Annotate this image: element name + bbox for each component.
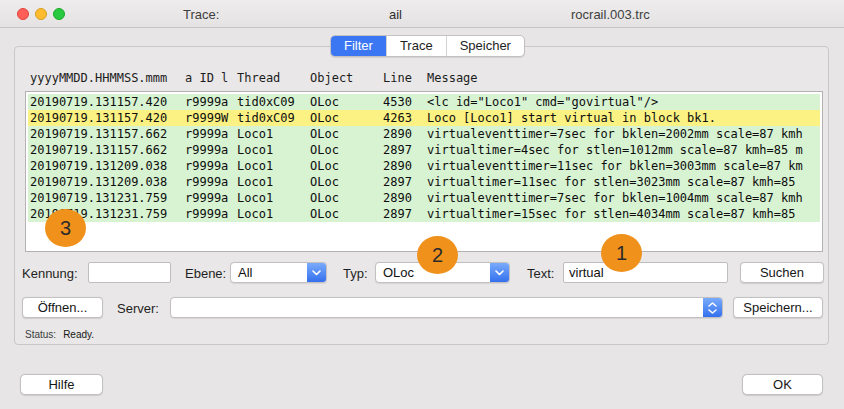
kennung-input[interactable] bbox=[88, 262, 171, 283]
annotation-badge-2: 2 bbox=[417, 236, 458, 274]
view-tabs: Filter Trace Speicher bbox=[330, 35, 525, 57]
cell-object: OLoc bbox=[310, 126, 380, 142]
tab-filter[interactable]: Filter bbox=[331, 36, 387, 56]
cell-attr: r9999a bbox=[185, 206, 237, 222]
cell-time: 20190719.131157.420 bbox=[30, 110, 185, 126]
kennung-label: Kennung: bbox=[22, 266, 78, 281]
open-button[interactable]: Öffnen... bbox=[22, 297, 103, 318]
cell-attr: r9999a bbox=[185, 94, 237, 110]
cell-message: <lc id="Loco1" cmd="govirtual"/> bbox=[427, 94, 820, 110]
annotation-badge-1: 1 bbox=[601, 234, 642, 272]
trace-table[interactable]: 20190719.131157.420r9999atid0xC09OLoc453… bbox=[25, 91, 823, 252]
cell-line: 4263 bbox=[380, 110, 427, 126]
table-row[interactable]: 20190719.131231.759r9999aLoco1OLoc2890vi… bbox=[28, 190, 820, 206]
cell-line: 4530 bbox=[380, 94, 427, 110]
cell-object: OLoc bbox=[310, 94, 380, 110]
chevron-down-icon bbox=[307, 263, 326, 282]
cell-object: OLoc bbox=[310, 206, 380, 222]
text-filter-input[interactable] bbox=[563, 262, 728, 283]
status-value: Ready. bbox=[63, 329, 94, 340]
header-thread: Thread bbox=[237, 71, 310, 85]
cell-object: OLoc bbox=[310, 190, 380, 206]
close-window-icon[interactable] bbox=[17, 8, 29, 20]
cell-message: virtualeventtimer=7sec for bklen=1004mm … bbox=[427, 190, 820, 206]
cell-thread: Loco1 bbox=[237, 174, 310, 190]
table-row[interactable]: 20190719.131157.420r9999atid0xC09OLoc453… bbox=[28, 94, 820, 110]
cell-message: virtualeventtimer=7sec for bklen=2002mm … bbox=[427, 126, 820, 142]
table-row[interactable]: 20190719.131157.662r9999aLoco1OLoc2897vi… bbox=[28, 142, 820, 158]
table-row[interactable]: 20190719.131157.420r9999Wtid0xC09OLoc426… bbox=[28, 110, 820, 126]
cell-time: 20190719.131231.759 bbox=[30, 190, 185, 206]
cell-object: OLoc bbox=[310, 142, 380, 158]
cell-thread: tid0xC09 bbox=[237, 94, 310, 110]
title-bar: Trace: ail rocrail.003.trc bbox=[0, 0, 844, 28]
cell-line: 2897 bbox=[380, 206, 427, 222]
cell-line: 2890 bbox=[380, 190, 427, 206]
table-row[interactable]: 20190719.131209.038r9999aLoco1OLoc2897vi… bbox=[28, 174, 820, 190]
cell-attr: r9999a bbox=[185, 158, 237, 174]
zoom-window-icon[interactable] bbox=[53, 8, 65, 20]
table-row[interactable]: 20190719.131231.759r9999aLoco1OLoc2897vi… bbox=[28, 206, 820, 222]
save-button[interactable]: Speichern... bbox=[733, 297, 823, 318]
chevron-down-icon bbox=[490, 263, 509, 282]
header-time: yyyyMMDD.HHMMSS.mmm bbox=[30, 71, 185, 85]
cell-line: 2890 bbox=[380, 126, 427, 142]
tab-trace[interactable]: Trace bbox=[387, 36, 447, 56]
window-title-filename: rocrail.003.trc bbox=[571, 7, 650, 22]
cell-object: OLoc bbox=[310, 174, 380, 190]
cell-time: 20190719.131209.038 bbox=[30, 158, 185, 174]
cell-attr: r9999a bbox=[185, 190, 237, 206]
cell-thread: Loco1 bbox=[237, 158, 310, 174]
help-button[interactable]: Hilfe bbox=[20, 374, 103, 395]
table-row[interactable]: 20190719.131157.662r9999aLoco1OLoc2890vi… bbox=[28, 126, 820, 142]
ebene-dropdown-value: All bbox=[238, 265, 252, 280]
status-label: Status: bbox=[25, 329, 56, 340]
window-title: Trace: bbox=[183, 7, 219, 22]
chevron-up-down-icon bbox=[703, 298, 722, 317]
cell-thread: tid0xC09 bbox=[237, 110, 310, 126]
typ-dropdown-value: OLoc bbox=[383, 265, 414, 280]
cell-time: 20190719.131157.662 bbox=[30, 126, 185, 142]
cell-time: 20190719.131209.038 bbox=[30, 174, 185, 190]
text-label: Text: bbox=[527, 266, 554, 281]
tab-speicher[interactable]: Speicher bbox=[447, 36, 524, 56]
cell-line: 2897 bbox=[380, 142, 427, 158]
cell-thread: Loco1 bbox=[237, 126, 310, 142]
header-line: Line bbox=[380, 71, 427, 85]
header-object: Object bbox=[310, 71, 380, 85]
cell-message: virtualtimer=15sec for stlen=4034mm scal… bbox=[427, 206, 820, 222]
trace-table-header: yyyyMMDD.HHMMSS.mmm a ID l Thread Object… bbox=[28, 71, 822, 85]
cell-message: virtualtimer=11sec for stlen=3023mm scal… bbox=[427, 174, 820, 190]
ebene-label: Ebene: bbox=[185, 266, 226, 281]
cell-object: OLoc bbox=[310, 110, 380, 126]
cell-attr: r9999a bbox=[185, 142, 237, 158]
cell-attr: r9999a bbox=[185, 174, 237, 190]
trace-dialog-window: { "window": { "title_left": "Trace:", "t… bbox=[0, 0, 844, 409]
annotation-badge-3: 3 bbox=[45, 209, 86, 247]
cell-thread: Loco1 bbox=[237, 190, 310, 206]
cell-attr: r9999W bbox=[185, 110, 237, 126]
ok-button[interactable]: OK bbox=[742, 374, 823, 395]
cell-thread: Loco1 bbox=[237, 206, 310, 222]
typ-label: Typ: bbox=[343, 266, 368, 281]
header-attr: a ID l bbox=[185, 71, 237, 85]
server-label: Server: bbox=[117, 301, 159, 316]
status-bar: Status:Ready. bbox=[25, 329, 94, 340]
table-row[interactable]: 20190719.131209.038r9999aLoco1OLoc2890vi… bbox=[28, 158, 820, 174]
cell-message: virtualeventtimer=11sec for bklen=3003mm… bbox=[427, 158, 820, 174]
server-combobox[interactable] bbox=[170, 297, 723, 318]
cell-message: Loco [Loco1] start virtual in block bk1. bbox=[427, 110, 820, 126]
header-message: Message bbox=[427, 71, 822, 85]
cell-object: OLoc bbox=[310, 158, 380, 174]
minimize-window-icon[interactable] bbox=[35, 8, 47, 20]
cell-thread: Loco1 bbox=[237, 142, 310, 158]
ebene-dropdown[interactable]: All bbox=[230, 262, 327, 283]
cell-time: 20190719.131157.420 bbox=[30, 94, 185, 110]
cell-attr: r9999a bbox=[185, 126, 237, 142]
cell-line: 2897 bbox=[380, 174, 427, 190]
window-title-artifact: ail bbox=[389, 7, 402, 22]
cell-line: 2890 bbox=[380, 158, 427, 174]
search-button[interactable]: Suchen bbox=[740, 262, 824, 283]
cell-message: virtualtimer=4sec for stlen=1012mm scale… bbox=[427, 142, 820, 158]
cell-time: 20190719.131157.662 bbox=[30, 142, 185, 158]
